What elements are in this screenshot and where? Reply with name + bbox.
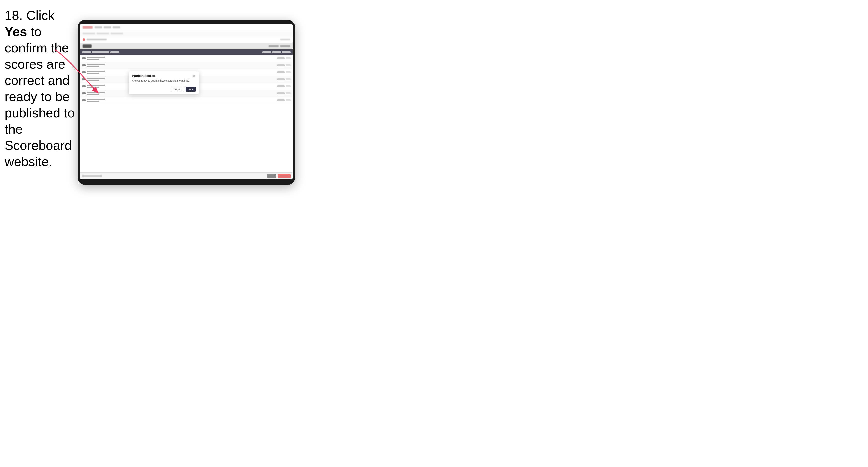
- extra-3: [286, 71, 290, 73]
- yes-button[interactable]: Yes: [186, 87, 196, 92]
- score-5: [277, 86, 285, 87]
- nav-link-1: [95, 27, 102, 29]
- name-col-2: [87, 64, 106, 67]
- toolbar-right: [269, 45, 290, 47]
- name-col-6: [87, 92, 106, 95]
- dialog-body-text: Are you ready to publish these scores to…: [132, 79, 196, 83]
- name-line-3b: [87, 73, 99, 74]
- dialog-close-button[interactable]: ×: [192, 74, 196, 78]
- name-col-3: [87, 71, 106, 74]
- extra-1: [286, 58, 290, 59]
- name-line-7b: [87, 101, 99, 102]
- name-col-7: [87, 99, 106, 102]
- extra-4: [286, 79, 290, 80]
- extra-5: [286, 86, 290, 87]
- name-line-7a: [87, 99, 105, 100]
- col-header-name: [92, 52, 109, 53]
- table-column-headers: [80, 50, 292, 55]
- score-1: [277, 58, 285, 59]
- nav-link-2: [103, 27, 111, 29]
- publish-scores-dialog: Publish scores × Are you ready to publis…: [129, 71, 199, 94]
- name-line-6b: [87, 94, 99, 95]
- col-header-gold: [272, 52, 281, 53]
- name-line-3a: [87, 71, 105, 72]
- rank-3: [82, 71, 86, 73]
- tablet-device: Publish scores × Are you ready to publis…: [78, 20, 295, 185]
- extra-7: [286, 99, 290, 101]
- score-7: [277, 99, 285, 101]
- name-line-1a: [87, 57, 105, 58]
- app-nav: [95, 27, 120, 29]
- name-line-2b: [87, 66, 99, 67]
- score-2: [277, 64, 285, 66]
- yes-bold: Yes: [4, 25, 27, 39]
- event-icon: [83, 38, 85, 41]
- rank-1: [82, 58, 86, 59]
- dialog-title: Publish scores: [132, 74, 155, 78]
- score-4: [277, 79, 285, 80]
- rank-6: [82, 93, 86, 94]
- breadcrumb-item-1: [83, 33, 95, 34]
- name-line-5a: [87, 85, 105, 86]
- rank-4: [82, 79, 86, 80]
- instruction-text: 18. Click Yes to confirm the scores are …: [4, 7, 77, 170]
- bottom-publish-btn: [278, 174, 290, 178]
- bottom-left-text: [82, 175, 102, 177]
- toolbar-scores-btn: [83, 44, 92, 48]
- name-line-5b: [87, 87, 99, 88]
- rank-2: [82, 64, 86, 66]
- app-subheader: [80, 31, 292, 36]
- bottom-save-btn: [267, 174, 276, 178]
- event-right-info: [280, 39, 290, 40]
- toolbar-item-1: [269, 45, 279, 47]
- cancel-button[interactable]: Cancel: [171, 87, 184, 92]
- col-header-score: [262, 52, 271, 53]
- app-header: [80, 24, 292, 31]
- name-line-2a: [87, 64, 105, 65]
- extra-2: [286, 64, 290, 66]
- table-row: [80, 97, 292, 104]
- dialog-footer: Cancel Yes: [129, 85, 199, 94]
- score-3: [277, 71, 285, 73]
- name-line-6a: [87, 92, 105, 93]
- score-6: [277, 93, 285, 94]
- table-row: [80, 62, 292, 69]
- col-header-prev: [282, 52, 290, 53]
- app-toolbar: [80, 43, 292, 50]
- dialog-body: Are you ready to publish these scores to…: [129, 79, 199, 85]
- nav-link-3: [113, 27, 120, 29]
- event-row: [80, 36, 292, 43]
- app-logo: [83, 26, 93, 29]
- name-col-4: [87, 78, 106, 81]
- rank-7: [82, 99, 86, 101]
- name-line-4b: [87, 80, 99, 81]
- tablet-screen: Publish scores × Are you ready to publis…: [80, 24, 292, 180]
- toolbar-item-2: [280, 45, 290, 47]
- col-header-rank: [82, 52, 91, 53]
- name-line-4a: [87, 78, 105, 79]
- breadcrumb-item-3: [111, 33, 123, 34]
- app-bottom-bar: [80, 173, 292, 180]
- extra-6: [286, 93, 290, 94]
- name-col-1: [87, 57, 106, 60]
- name-line-1b: [87, 59, 99, 60]
- app-background: [80, 24, 292, 180]
- table-row: [80, 55, 292, 62]
- name-col-5: [87, 85, 106, 88]
- col-header-cat: [110, 52, 119, 53]
- dialog-header: Publish scores ×: [129, 71, 199, 79]
- event-name: [87, 39, 106, 40]
- rank-5: [82, 86, 86, 87]
- breadcrumb-item-2: [96, 33, 109, 34]
